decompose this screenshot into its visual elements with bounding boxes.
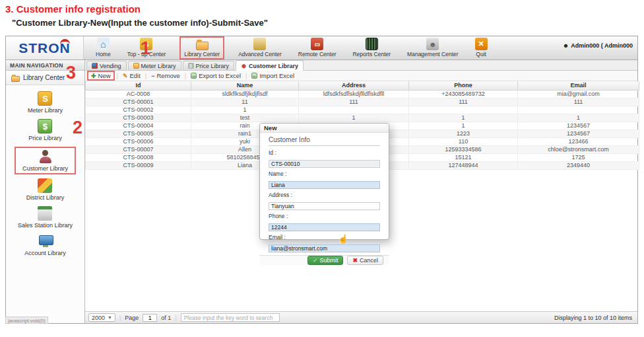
search-input[interactable] [181, 313, 280, 322]
reports-center-icon [366, 38, 378, 50]
nav-label: Advanced Center [238, 51, 282, 57]
tab-label: Meter Library [141, 63, 176, 69]
new-customer-dialog: New Customer Info Id : Name : Address : … [259, 123, 389, 240]
column-header-address[interactable]: Address [299, 81, 409, 90]
toolbar-separator: | [145, 73, 146, 79]
folder-icon [11, 76, 20, 82]
sidebar-item-label: Meter Library [28, 107, 63, 114]
sidebar-item-label: Customer Library [22, 165, 68, 172]
email-field-group: Email : [269, 234, 380, 253]
submit-button[interactable]: ✓ Submit [307, 256, 344, 265]
email-field[interactable] [269, 244, 380, 252]
toolbar-separator: | [245, 73, 247, 79]
column-header-email[interactable]: Email [518, 81, 639, 90]
import-excel-button[interactable]: ← Import Excel [249, 72, 297, 79]
nav-item-home[interactable]: ⌂ Home [93, 36, 113, 59]
address-field[interactable] [269, 202, 380, 210]
tab-label: Customer Library [249, 63, 298, 69]
customer-tab-icon: ☻ [241, 63, 247, 69]
table-cell: 111 [518, 98, 639, 106]
sidebar-item-district-library[interactable]: District Library [26, 178, 65, 201]
id-field-group: Id : [269, 149, 380, 168]
table-cell: 1223 [409, 130, 518, 137]
table-cell: CTS-00006 [86, 137, 191, 145]
nav-item-quit[interactable]: ✕ Quit [472, 36, 490, 59]
new-button[interactable]: ✚ New [87, 71, 115, 81]
x-icon: ✖ [352, 257, 358, 264]
page-title: 3. Customer info registration [5, 3, 141, 15]
table-cell: CTS-00001 [86, 98, 191, 106]
remove-button[interactable]: − Remove [148, 72, 183, 79]
table-cell: 1 [409, 114, 518, 122]
cancel-button[interactable]: ✖ Cancel [347, 256, 383, 265]
customer-library-icon [38, 149, 53, 164]
table-row[interactable]: CTS-0000111111111111 [86, 98, 639, 106]
table-cell: 1725 [518, 153, 639, 161]
remote-center-icon: ▭ [311, 38, 323, 50]
nav-label: Quit [476, 51, 486, 57]
table-row[interactable]: CTS-000021 [86, 106, 639, 114]
import-label: Import Excel [259, 72, 294, 79]
dialog-body: Customer Info Id : Name : Address : Phon… [260, 133, 389, 255]
sidebar-item-account-library[interactable]: Account Library [24, 234, 66, 256]
table-row[interactable]: AC-0008sldkflksdfjlkdjflsdfldfsdkfsdflsk… [86, 90, 639, 98]
table-cell: 127448944 [409, 161, 518, 169]
table-row[interactable]: CTS-00003test111 [86, 114, 639, 122]
tab-label: Price Library [196, 63, 230, 69]
phone-field[interactable] [269, 223, 380, 231]
pagination-bar: 2000 ▼ | Page of 1 | Displaying 1 to 10 … [85, 311, 637, 323]
nav-items: ⌂ Home $ Top - up Center Library Center … [93, 36, 490, 59]
table-cell: 111 [409, 98, 518, 106]
edit-button[interactable]: ✎ Edit [120, 72, 143, 79]
id-field[interactable] [269, 160, 380, 168]
table-cell: 11 [191, 98, 299, 106]
meter-tab-icon [133, 63, 139, 69]
nav-item-advanced-center[interactable]: Advanced Center [236, 36, 284, 59]
phone-field-label: Phone : [269, 213, 380, 219]
name-field[interactable] [269, 181, 380, 189]
tab-price-library[interactable]: $ Price Library [183, 61, 235, 70]
tab-customer-library[interactable]: ☻ Customer Library [236, 60, 304, 71]
table-cell: chloe@stronsmart.com [518, 145, 639, 153]
name-field-label: Name : [269, 170, 380, 177]
export-to-excel-button[interactable]: → Export to Excel [188, 72, 243, 79]
nav-item-remote-center[interactable]: ▭ Remote Center [296, 36, 339, 59]
sidebar-item-meter-library[interactable]: S Meter Library [28, 91, 63, 114]
sidebar-item-customer-library[interactable]: Customer Library [15, 147, 76, 174]
tab-meter-library[interactable]: Meter Library [128, 61, 181, 70]
table-cell: AC-0008 [86, 90, 191, 98]
dialog-footer: ✓ Submit ✖ Cancel ☝ [260, 255, 389, 265]
vending-tab-icon [92, 63, 98, 69]
sales-station-library-icon [38, 206, 52, 221]
table-cell: CTS-00005 [86, 130, 191, 137]
nav-item-library-center[interactable]: Library Center [179, 36, 224, 59]
display-status: Displaying 1 to 10 of 10 items [554, 315, 634, 321]
nav-item-management-center[interactable]: ☻ Management Center [404, 36, 461, 59]
page-number-input[interactable] [143, 314, 157, 322]
column-header-name[interactable]: Name [191, 81, 299, 90]
import-excel-icon: ← [251, 73, 257, 79]
chevron-down-icon: ▼ [108, 315, 112, 320]
export-excel-icon: → [191, 73, 197, 79]
table-cell [409, 106, 518, 114]
table-cell: CTS-00007 [86, 145, 191, 153]
account-library-icon [38, 234, 53, 248]
table-cell: 1 [409, 122, 518, 130]
stron-logo: STRON [6, 36, 84, 59]
sidebar-item-label: Account Library [24, 250, 66, 256]
table-cell: ldfsdkfsdflskdjflldflskdfll [299, 90, 409, 98]
table-header-row: Id Name Address Phone Email [86, 81, 639, 90]
table-cell: 111 [299, 98, 409, 106]
page-subtitle: "Customer Library-New(Input the customer… [12, 18, 268, 28]
check-icon: ✓ [313, 257, 318, 264]
table-cell: 12593334586 [409, 145, 518, 153]
nav-item-reports-center[interactable]: Reports Center [350, 36, 393, 59]
annotation-step-3: 3 [66, 64, 76, 82]
page-size-select[interactable]: 2000 ▼ [88, 313, 115, 322]
sidebar-item-price-library[interactable]: $ Price Library [28, 119, 62, 141]
column-header-id[interactable]: Id [86, 81, 191, 90]
column-header-phone[interactable]: Phone [409, 81, 518, 90]
sidebar-item-sales-station-library[interactable]: Sales Station Library [18, 206, 73, 229]
table-cell: CTS-00009 [86, 161, 191, 169]
tab-vending[interactable]: Vending [86, 61, 127, 70]
